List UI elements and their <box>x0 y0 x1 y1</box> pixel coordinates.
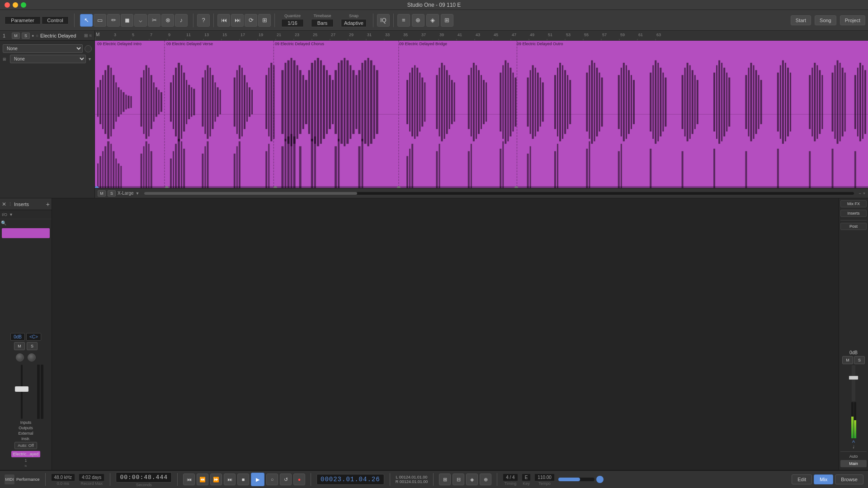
search-icon[interactable]: 🔍 <box>1 221 6 225</box>
stop-button[interactable]: ■ <box>237 474 249 485</box>
mute-tool-button[interactable]: ⊗ <box>161 14 174 27</box>
zoom-fit-button[interactable]: ⊞ <box>441 14 453 27</box>
extra-btn-3[interactable]: ◈ <box>466 474 478 485</box>
input-select-2[interactable]: None <box>10 55 86 63</box>
mix-nav-button[interactable]: Mix <box>814 474 833 484</box>
mix-fader-handle[interactable] <box>849 376 858 380</box>
forward-button[interactable]: ⏭ <box>231 14 244 27</box>
time-display[interactable]: 00:00:48.444 <box>116 472 172 483</box>
zoom-in-button[interactable]: + <box>863 191 865 196</box>
pan-display[interactable]: <C> <box>26 333 41 341</box>
start-button[interactable]: Start <box>791 15 811 25</box>
solo-button[interactable]: S <box>22 33 30 39</box>
control-dropdown[interactable]: Control <box>42 16 69 24</box>
snap-value[interactable]: Adaptive <box>341 19 367 27</box>
timebase-value[interactable]: Bars <box>311 19 334 27</box>
send-knob-2[interactable] <box>28 353 36 361</box>
zoom-out-button[interactable]: − <box>859 191 861 196</box>
send-knob-1[interactable] <box>16 353 24 361</box>
tempo-display[interactable]: 110.00 <box>534 474 555 481</box>
fast-forward-btn[interactable]: ⏩ <box>210 474 222 485</box>
position-display[interactable]: 00023.01.04.26 <box>316 474 384 485</box>
metronome-button[interactable] <box>596 476 604 483</box>
mixer-button[interactable]: ≡ <box>397 14 410 27</box>
svg-rect-86 <box>158 90 160 114</box>
punch-button[interactable]: ⊞ <box>258 14 271 27</box>
quantize-value[interactable]: 1/16 <box>281 19 304 27</box>
mix-level-display[interactable]: 0dB <box>849 350 858 355</box>
insert-slot-1[interactable] <box>2 228 50 238</box>
loop-button[interactable]: ⟳ <box>245 14 257 27</box>
mute-button[interactable]: M <box>12 33 20 39</box>
song-button[interactable]: Song <box>815 15 836 25</box>
add-insert-button[interactable]: + <box>46 201 50 208</box>
maximize-window-button[interactable] <box>21 2 26 8</box>
minimize-window-button[interactable] <box>13 2 18 8</box>
midi-button[interactable]: MIDI <box>5 474 14 484</box>
timesig-display[interactable]: 4 / 4 <box>503 474 518 481</box>
svg-rect-133 <box>326 70 328 134</box>
size-dropdown-icon[interactable]: ▼ <box>136 191 140 196</box>
cursor-tool-button[interactable]: ↖ <box>80 14 93 27</box>
split-tool-button[interactable]: ✂ <box>148 14 160 27</box>
mix-fader-track[interactable] <box>852 365 855 401</box>
rewind-button[interactable]: ⏮ <box>217 14 230 27</box>
record-button[interactable]: ● <box>293 474 305 485</box>
io-label[interactable]: I/O <box>2 212 7 217</box>
mix-post-button[interactable]: Post <box>840 223 867 230</box>
svg-rect-219 <box>687 63 689 141</box>
extra-btn-1[interactable]: ⊞ <box>439 474 451 485</box>
close-panel-button[interactable]: ✕ <box>2 201 6 207</box>
channel-mute-button[interactable]: M <box>14 342 25 350</box>
mix-fx-button[interactable]: Mix FX <box>840 200 867 207</box>
skip-forward-btn[interactable]: ⏭ <box>224 474 236 485</box>
project-button[interactable]: Project <box>840 15 865 25</box>
metronome-slider-fill <box>558 478 580 481</box>
mix-auto-label[interactable]: Auto <box>840 454 867 459</box>
metronome-slider[interactable] <box>558 478 594 481</box>
fader-handle[interactable] <box>15 386 28 392</box>
automation-button[interactable]: Auto: Off <box>14 442 37 449</box>
bottom-mute-button[interactable]: M <box>98 190 106 197</box>
loop-toggle-button[interactable]: ↺ <box>280 474 292 485</box>
mix-a-button[interactable]: A <box>852 439 855 444</box>
browse-button[interactable]: Browse <box>835 474 863 484</box>
waveform-scrollbar-area[interactable] <box>95 186 868 188</box>
timesig-group: 4 / 4 Timing <box>503 474 518 486</box>
volume-tool-button[interactable]: ♪ <box>175 14 188 27</box>
loop-play-button[interactable]: ○ <box>266 474 278 485</box>
extra-btn-4[interactable]: ⊕ <box>480 474 491 485</box>
mix-main-button[interactable]: Main <box>840 460 867 467</box>
scrollbar-thumb[interactable] <box>144 192 357 195</box>
iq-button[interactable]: IQ <box>377 14 390 27</box>
region-marker-intro <box>95 186 99 188</box>
pencil-tool-button[interactable]: ✏ <box>107 14 120 27</box>
rewind-btn[interactable]: ⏪ <box>197 474 208 485</box>
io-dropdown-icon[interactable]: ▼ <box>9 212 13 217</box>
help-button[interactable]: ? <box>197 14 210 27</box>
range-tool-button[interactable]: ▭ <box>94 14 106 27</box>
input-select-1[interactable]: None <box>3 44 83 53</box>
snap-button[interactable]: ⊕ <box>412 14 425 27</box>
bottom-solo-button[interactable]: S <box>108 190 116 197</box>
edit-button[interactable]: Edit <box>792 474 812 484</box>
eraser-tool-button[interactable]: ◼ <box>121 14 133 27</box>
horizontal-scrollbar[interactable] <box>144 192 854 195</box>
parameter-dropdown[interactable]: Parameter <box>5 16 41 24</box>
key-display[interactable]: E <box>522 474 531 481</box>
mix-mute-button[interactable]: M <box>842 356 853 364</box>
monitor-button[interactable]: ◈ <box>426 14 439 27</box>
brush-tool-button[interactable]: ⌵ <box>134 14 147 27</box>
play-button[interactable]: ▶ <box>251 473 264 486</box>
svg-rect-93 <box>183 73 185 131</box>
waveform-track[interactable]: 09 Electric Delayed Intro 09 Electric De… <box>95 41 868 188</box>
fader-track[interactable] <box>21 365 23 419</box>
mix-inserts-button[interactable]: Inserts <box>840 210 867 217</box>
channel-solo-button[interactable]: S <box>27 342 38 350</box>
fader-level-display[interactable]: 0dB <box>10 333 25 341</box>
close-window-button[interactable] <box>5 2 10 8</box>
skip-back-button[interactable]: ⏮ <box>183 474 195 485</box>
mix-solo-button[interactable]: S <box>854 356 865 364</box>
record-button[interactable] <box>85 45 92 52</box>
extra-btn-2[interactable]: ⊟ <box>453 474 464 485</box>
